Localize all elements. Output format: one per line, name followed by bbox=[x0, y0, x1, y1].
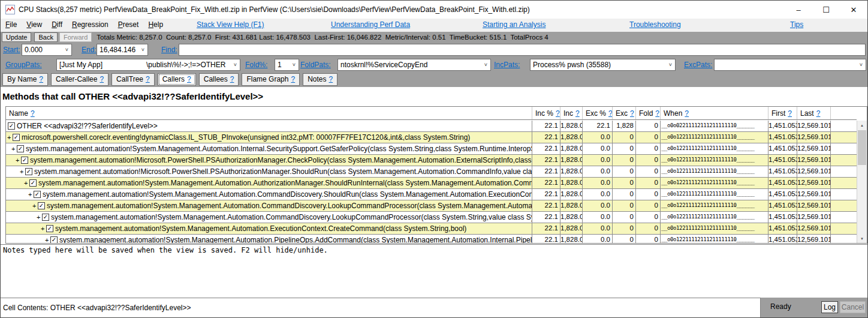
tab-calltree[interactable]: CallTree? bbox=[111, 73, 155, 86]
tab-help-link[interactable]: ? bbox=[329, 75, 333, 83]
table-row[interactable]: +✓system.management.automation!System.Ma… bbox=[6, 235, 857, 243]
expand-icon[interactable]: + bbox=[11, 145, 16, 152]
cell-last[interactable]: 12,569.101 bbox=[797, 212, 831, 223]
column-header-last[interactable]: Last? bbox=[797, 107, 831, 119]
expand-icon[interactable]: + bbox=[37, 214, 41, 221]
expand-icon[interactable]: + bbox=[20, 168, 25, 175]
cell-when[interactable]: __o0o12211112111211111110______ bbox=[661, 166, 768, 177]
row-checkbox[interactable]: ✓ bbox=[8, 122, 15, 130]
cell-first[interactable]: 1,451.053 bbox=[768, 155, 797, 166]
column-help-link[interactable]: ? bbox=[788, 107, 792, 119]
cell-exc[interactable]: 0 bbox=[613, 235, 636, 243]
cell-exc[interactable]: 0 bbox=[613, 212, 636, 223]
cell-exc-pct[interactable]: 0.0 bbox=[583, 166, 613, 177]
title-bar[interactable]: CPU Stacks(8,257 metric) PerfViewData_Br… bbox=[1, 1, 867, 19]
cell-contents-field[interactable]: Cell Contents: OTHER <<advapi32!??SaferI… bbox=[1, 298, 761, 317]
scrollbar-thumb[interactable] bbox=[858, 130, 866, 165]
end-combobox[interactable]: 16,484.146 ˅ bbox=[97, 44, 148, 56]
column-help-link[interactable]: ? bbox=[556, 107, 560, 119]
cell-first[interactable]: 1,451.053 bbox=[768, 212, 797, 223]
cell-first[interactable]: 1,451.053 bbox=[768, 121, 797, 131]
cell-inc[interactable]: 1,828.0 bbox=[560, 235, 583, 243]
cell-inc[interactable]: 1,828.0 bbox=[560, 121, 583, 131]
cell-inc-pct[interactable]: 22.1 bbox=[532, 132, 560, 143]
table-row[interactable]: +✓system.management.automation!System.Ma… bbox=[6, 189, 857, 200]
cell-when[interactable]: __o0o12211112111211111110______ bbox=[661, 189, 768, 200]
menu-view[interactable]: View bbox=[22, 19, 47, 29]
foldpats-combobox[interactable]: ntoskrnl!%ServiceCopyEnd ˅ bbox=[337, 59, 491, 71]
cell-first[interactable]: 1,451.053 bbox=[768, 200, 797, 211]
cell-when[interactable]: __o0o12211112111211111110______ bbox=[661, 178, 768, 188]
chevron-down-icon[interactable]: ˅ bbox=[138, 47, 147, 53]
tab-notes[interactable]: Notes? bbox=[303, 73, 337, 86]
table-row[interactable]: +✓system.management.automation!Microsoft… bbox=[6, 166, 857, 178]
cell-when[interactable]: __o0o02211112111211111110______ bbox=[661, 121, 768, 131]
column-help-link[interactable]: ? bbox=[575, 107, 580, 119]
excpats-combobox[interactable]: ˅ bbox=[714, 59, 866, 71]
chevron-down-icon[interactable]: ˅ bbox=[481, 62, 490, 68]
cell-inc[interactable]: 1,828.0 bbox=[560, 166, 583, 177]
row-checkbox[interactable]: ✓ bbox=[25, 168, 32, 175]
back-button[interactable]: Back bbox=[34, 32, 57, 42]
tab-help-link[interactable]: ? bbox=[39, 75, 43, 83]
cell-inc-pct[interactable]: 22.1 bbox=[532, 121, 560, 131]
cell-inc-pct[interactable]: 22.1 bbox=[532, 200, 560, 211]
table-row[interactable]: +✓microsoft.powershell.coreclr.eventing!… bbox=[6, 132, 857, 143]
cell-exc-pct[interactable]: 0.0 bbox=[583, 235, 613, 243]
incpats-combobox[interactable]: Process% pwsh (35588) ˅ bbox=[530, 59, 676, 71]
table-row[interactable]: +✓system.management.automation!System.Ma… bbox=[6, 200, 857, 212]
cell-when[interactable]: __o0o12211112111211111110______ bbox=[661, 223, 768, 234]
cell-exc[interactable]: 0 bbox=[613, 189, 636, 200]
cell-inc-pct[interactable]: 22.1 bbox=[532, 235, 560, 243]
cell-exc-pct[interactable]: 0.0 bbox=[583, 132, 613, 143]
table-row[interactable]: +✓system.management.automation!System.Ma… bbox=[6, 223, 857, 235]
find-input[interactable] bbox=[179, 44, 866, 56]
log-button[interactable]: Log bbox=[821, 301, 838, 313]
cell-inc-pct[interactable]: 22.1 bbox=[532, 178, 560, 188]
cell-last[interactable]: 12,569.101 bbox=[797, 143, 831, 154]
expand-icon[interactable]: + bbox=[7, 134, 12, 141]
table-row[interactable]: +✓system.management.automation!Microsoft… bbox=[6, 155, 857, 166]
expand-icon[interactable]: + bbox=[24, 179, 29, 187]
name-cell[interactable]: +✓system.management.automation!System.Ma… bbox=[6, 178, 532, 188]
column-header-exc[interactable]: Exc? bbox=[613, 107, 636, 119]
expand-icon[interactable]: + bbox=[45, 236, 50, 243]
cell-fold[interactable]: 0 bbox=[636, 212, 661, 223]
menu-diff[interactable]: Diff bbox=[47, 19, 67, 29]
cell-last[interactable]: 12,569.101 bbox=[797, 166, 831, 177]
cell-when[interactable]: __o0o12211112111211111110______ bbox=[661, 212, 768, 223]
column-header-fold[interactable]: Fold? bbox=[636, 107, 661, 119]
cell-when[interactable]: __o0o12211112111211111110______ bbox=[661, 200, 768, 211]
cell-inc-pct[interactable]: 22.1 bbox=[532, 143, 560, 154]
cell-exc-pct[interactable]: 0.0 bbox=[583, 189, 613, 200]
tab-caller-callee[interactable]: Caller-Callee? bbox=[51, 73, 108, 86]
expand-icon[interactable]: + bbox=[41, 225, 46, 232]
tab-help-link[interactable]: ? bbox=[230, 75, 234, 83]
foldpats-link[interactable]: FoldPats: bbox=[300, 61, 331, 69]
menu-regression[interactable]: Regression bbox=[67, 19, 113, 29]
cell-exc[interactable]: 0 bbox=[613, 155, 636, 166]
menu-preset[interactable]: Preset bbox=[113, 19, 144, 29]
name-cell[interactable]: +✓system.management.automation!System.Ma… bbox=[6, 235, 532, 243]
cell-inc[interactable]: 1,828.0 bbox=[560, 155, 583, 166]
cell-exc-pct[interactable]: 22.1 bbox=[583, 121, 613, 131]
chevron-down-icon[interactable]: ˅ bbox=[231, 62, 240, 68]
tab-help-link[interactable]: ? bbox=[146, 75, 150, 83]
table-row[interactable]: +✓system.management.automation!System.Ma… bbox=[6, 212, 857, 223]
cell-fold[interactable]: 0 bbox=[636, 189, 661, 200]
cell-inc[interactable]: 1,828.0 bbox=[560, 189, 583, 200]
start-combobox[interactable]: 0.000 ˅ bbox=[22, 44, 72, 56]
expand-icon[interactable]: + bbox=[32, 202, 37, 209]
tab-help-link[interactable]: ? bbox=[100, 75, 104, 83]
cell-inc-pct[interactable]: 22.1 bbox=[532, 212, 560, 223]
foldpct-combobox[interactable]: 1 ˅ bbox=[275, 59, 299, 71]
column-help-link[interactable]: ? bbox=[816, 107, 821, 119]
name-cell[interactable]: ✓OTHER <<advapi32!??SaferIdentifyLevel>> bbox=[6, 121, 532, 131]
row-checkbox[interactable]: ✓ bbox=[34, 191, 41, 198]
cell-last[interactable]: 12,569.101 bbox=[797, 189, 831, 200]
table-row[interactable]: ✓OTHER <<advapi32!??SaferIdentifyLevel>>… bbox=[6, 121, 857, 132]
name-cell[interactable]: +✓system.management.automation!System.Ma… bbox=[6, 223, 532, 234]
cell-last[interactable]: 12,569.101 bbox=[797, 223, 831, 234]
update-button[interactable]: Update bbox=[2, 32, 31, 42]
name-cell[interactable]: +✓system.management.automation!System.Ma… bbox=[6, 212, 532, 223]
